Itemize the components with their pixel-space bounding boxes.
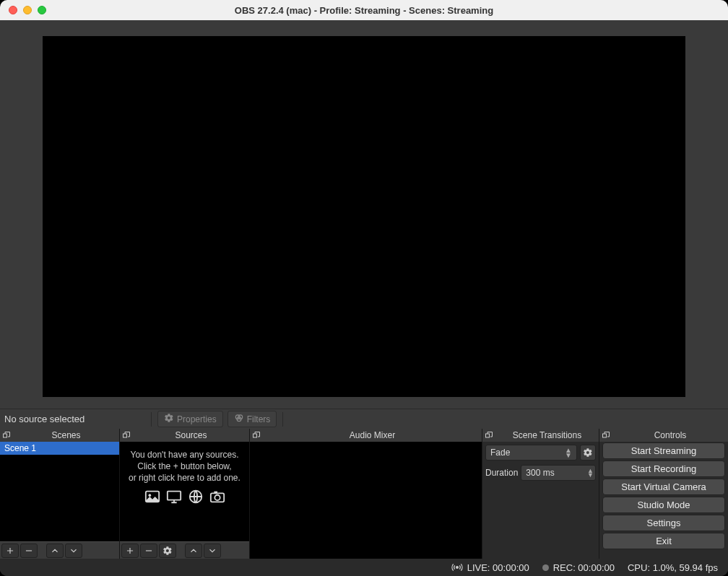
transition-settings-button[interactable]	[580, 445, 596, 461]
rec-status: REC: 00:00:00	[542, 562, 615, 573]
status-bar: LIVE: 00:00:00 REC: 00:00:00 CPU: 1.0%, …	[0, 559, 728, 576]
dock-title: Controls	[612, 430, 728, 440]
window-controls	[9, 6, 46, 14]
add-source-button[interactable]	[121, 544, 139, 558]
live-status: LIVE: 00:00:00	[451, 562, 529, 573]
scene-item-selected[interactable]: Scene 1	[0, 442, 119, 455]
duration-stepper[interactable]: 300 ms ▲▼	[521, 465, 596, 481]
globe-icon	[187, 489, 204, 507]
svg-point-15	[456, 567, 458, 569]
source-toolbar: No source selected Properties Filters	[0, 409, 728, 429]
audio-mixer-dock: Audio Mixer	[250, 429, 482, 559]
transition-select[interactable]: Fade ▲▼	[485, 445, 577, 461]
sources-dock: Sources You don't have any sources. Clic…	[120, 429, 250, 559]
no-source-label: No source selected	[4, 414, 145, 424]
start-recording-button[interactable]: Start Recording	[602, 461, 725, 477]
sources-toolbar	[120, 541, 249, 559]
scenes-list[interactable]: Scene 1	[0, 442, 119, 541]
window-body: No source selected Properties Filters	[0, 20, 728, 576]
record-dot-icon	[542, 564, 549, 571]
titlebar[interactable]: OBS 27.2.4 (mac) - Profile: Streaming - …	[0, 0, 728, 20]
svg-rect-12	[254, 434, 257, 437]
svg-rect-7	[167, 491, 180, 499]
remove-source-button[interactable]	[140, 544, 157, 558]
svg-rect-11	[214, 491, 217, 493]
start-virtualcam-button[interactable]: Start Virtual Camera	[602, 479, 725, 495]
filter-icon	[234, 413, 244, 425]
dock-header[interactable]: Sources	[120, 429, 249, 442]
controls-body: Start Streaming Start Recording Start Vi…	[599, 442, 728, 559]
scene-up-button[interactable]	[46, 544, 64, 558]
source-up-button[interactable]	[185, 544, 202, 558]
filters-button[interactable]: Filters	[228, 411, 277, 427]
dock-title: Sources	[133, 430, 249, 440]
close-icon[interactable]	[9, 6, 17, 14]
preview-area	[0, 20, 728, 409]
svg-rect-14	[603, 434, 607, 437]
exit-button[interactable]: Exit	[602, 533, 725, 549]
zoom-icon[interactable]	[38, 6, 46, 14]
dock-header[interactable]: Scenes	[0, 429, 119, 442]
remove-scene-button[interactable]	[20, 544, 38, 558]
popout-icon[interactable]	[120, 431, 133, 440]
camera-icon	[209, 489, 226, 507]
controls-dock: Controls Start Streaming Start Recording…	[599, 429, 728, 559]
transitions-body: Fade ▲▼ Duration 300 ms ▲▼	[482, 442, 599, 559]
sources-list[interactable]: You don't have any sources. Click the + …	[120, 442, 249, 541]
studio-mode-button[interactable]: Studio Mode	[602, 497, 725, 513]
scenes-toolbar	[0, 541, 119, 559]
popout-icon[interactable]	[250, 431, 263, 440]
sources-placeholder-icons	[123, 489, 246, 507]
dock-title: Scenes	[13, 430, 119, 440]
source-down-button[interactable]	[204, 544, 221, 558]
properties-button[interactable]: Properties	[157, 411, 223, 427]
window-title: OBS 27.2.4 (mac) - Profile: Streaming - …	[0, 5, 728, 16]
dock-title: Scene Transitions	[495, 430, 599, 440]
scene-down-button[interactable]	[65, 544, 82, 558]
audio-mixer-body	[250, 442, 482, 559]
docks-area: Scenes Scene 1	[0, 429, 728, 559]
svg-point-10	[214, 494, 220, 499]
source-properties-button[interactable]	[159, 544, 176, 558]
duration-label: Duration	[485, 468, 518, 478]
popout-icon[interactable]	[0, 431, 13, 440]
gear-icon	[164, 413, 174, 425]
broadcast-icon	[451, 562, 463, 573]
dock-title: Audio Mixer	[263, 430, 482, 440]
dock-header[interactable]: Controls	[599, 429, 728, 442]
divider	[282, 412, 283, 427]
dock-header[interactable]: Audio Mixer	[250, 429, 482, 442]
minimize-icon[interactable]	[23, 6, 32, 14]
svg-rect-3	[4, 434, 7, 437]
preview-canvas[interactable]	[43, 36, 685, 397]
cpu-status: CPU: 1.0%, 59.94 fps	[628, 562, 718, 573]
updown-icon: ▲▼	[565, 448, 572, 458]
popout-icon[interactable]	[599, 431, 612, 440]
svg-rect-4	[124, 434, 127, 437]
display-icon	[165, 489, 183, 507]
add-scene-button[interactable]	[1, 544, 19, 558]
svg-rect-13	[486, 434, 490, 437]
start-streaming-button[interactable]: Start Streaming	[602, 442, 725, 459]
divider	[151, 412, 152, 427]
transitions-dock: Scene Transitions Fade ▲▼ Duration	[482, 429, 599, 559]
scenes-dock: Scenes Scene 1	[0, 429, 120, 559]
main-window: OBS 27.2.4 (mac) - Profile: Streaming - …	[0, 0, 728, 576]
updown-icon: ▲▼	[587, 466, 594, 480]
dock-header[interactable]: Scene Transitions	[482, 429, 599, 442]
settings-button[interactable]: Settings	[602, 515, 725, 531]
image-icon	[144, 489, 161, 507]
popout-icon[interactable]	[482, 431, 495, 440]
sources-empty-message: You don't have any sources. Click the + …	[120, 442, 249, 512]
svg-point-6	[148, 494, 151, 497]
